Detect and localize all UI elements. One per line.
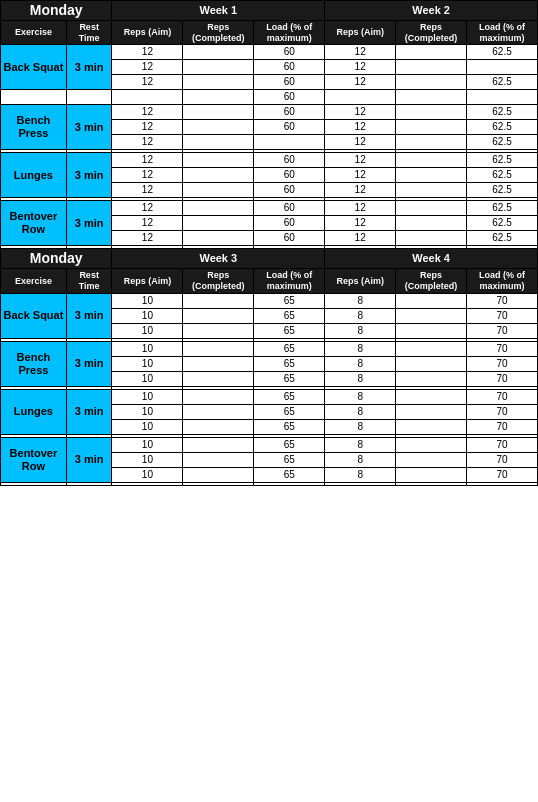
w1-reps-aim: 10	[142, 343, 153, 354]
w1-load: 65	[284, 358, 295, 369]
table-row: Bentover Row3 min12601262.5	[1, 201, 538, 216]
table-row: Lunges3 min12601262.5	[1, 153, 538, 168]
w1-reps-aim: 10	[142, 406, 153, 417]
w2-reps-aim: 8	[357, 469, 363, 480]
w2-load: 70	[496, 454, 507, 465]
w2-load: 70	[496, 439, 507, 450]
w1-reps-aim: 10	[142, 295, 153, 306]
w2-reps-aim: 8	[357, 310, 363, 321]
monday-header-row: MondayWeek 3Week 4	[1, 249, 538, 269]
col-header-row: ExerciseRest TimeReps (Aim)Reps (Complet…	[1, 20, 538, 45]
w1-load: 65	[284, 439, 295, 450]
w1-load: 60	[284, 61, 295, 72]
w2-load: 62.5	[492, 121, 511, 132]
w2-load: 70	[496, 406, 507, 417]
w1-load: 60	[284, 232, 295, 243]
table-row: Bench Press3 min1065870	[1, 341, 538, 356]
w1-reps-aim: 12	[142, 217, 153, 228]
col-header-6: Reps (Completed)	[405, 22, 458, 43]
table-row: Back Squat3 min1065870	[1, 293, 538, 308]
w1-reps-aim: 12	[142, 202, 153, 213]
col-header-7: Load (% of maximum)	[479, 22, 525, 43]
w2-load: 62.5	[492, 202, 511, 213]
w2-reps-aim: 8	[357, 454, 363, 465]
w1-load: 60	[284, 169, 295, 180]
exercise-name: Lunges	[14, 405, 53, 417]
w2-load: 70	[496, 295, 507, 306]
w1-load: 65	[284, 469, 295, 480]
w2-load: 62.5	[492, 217, 511, 228]
w2-reps-aim: 8	[357, 373, 363, 384]
w1-load: 60	[284, 91, 295, 102]
w1-reps-aim: 10	[142, 439, 153, 450]
rest-time: 3 min	[75, 309, 104, 321]
table-row: Back Squat3 min12601262.5	[1, 45, 538, 60]
col-header-4: Load (% of maximum)	[266, 270, 312, 291]
w1-load: 65	[284, 325, 295, 336]
w1-load: 60	[284, 184, 295, 195]
w2-load: 62.5	[492, 136, 511, 147]
w1-load: 65	[284, 421, 295, 432]
w1-reps-aim: 10	[142, 421, 153, 432]
w1-reps-aim: 10	[142, 454, 153, 465]
w2-load: 62.5	[492, 169, 511, 180]
col-header-row: ExerciseRest TimeReps (Aim)Reps (Complet…	[1, 269, 538, 294]
rest-time: 3 min	[75, 357, 104, 369]
w1-reps-aim: 12	[142, 232, 153, 243]
w1-reps-aim: 10	[142, 310, 153, 321]
w1-reps-aim: 12	[142, 169, 153, 180]
w1-reps-aim: 12	[142, 46, 153, 57]
w2-load: 62.5	[492, 76, 511, 87]
w1-load: 65	[284, 373, 295, 384]
w2-reps-aim: 12	[355, 232, 366, 243]
monday-header-row: MondayWeek 1Week 2	[1, 1, 538, 21]
rest-time: 3 min	[75, 61, 104, 73]
w2-reps-aim: 8	[357, 421, 363, 432]
exercise-name: Lunges	[14, 169, 53, 181]
w1-reps-aim: 12	[142, 184, 153, 195]
w2-load: 62.5	[492, 106, 511, 117]
col-header-2: Reps (Aim)	[124, 276, 172, 286]
w1-reps-aim: 12	[142, 106, 153, 117]
w1-load: 65	[284, 310, 295, 321]
exercise-name: Bentover Row	[10, 447, 58, 472]
week1-header: Week 3	[199, 252, 237, 264]
w1-load: 60	[284, 106, 295, 117]
w2-reps-aim: 12	[355, 46, 366, 57]
w1-load: 65	[284, 454, 295, 465]
w2-reps-aim: 12	[355, 184, 366, 195]
col-header-5: Reps (Aim)	[336, 276, 384, 286]
exercise-name: Bench Press	[17, 114, 51, 139]
w1-load: 65	[284, 406, 295, 417]
w2-reps-aim: 12	[355, 154, 366, 165]
w2-load: 70	[496, 421, 507, 432]
w1-reps-aim: 10	[142, 391, 153, 402]
col-header-1: Rest Time	[79, 22, 100, 43]
w2-reps-aim: 12	[355, 217, 366, 228]
col-header-6: Reps (Completed)	[405, 270, 458, 291]
w2-reps-aim: 8	[357, 439, 363, 450]
rest-time: 3 min	[75, 405, 104, 417]
w1-load: 60	[284, 76, 295, 87]
w2-reps-aim: 12	[355, 202, 366, 213]
week1-header: Week 1	[199, 4, 237, 16]
w2-reps-aim: 8	[357, 325, 363, 336]
w2-reps-aim: 8	[357, 391, 363, 402]
w2-load: 62.5	[492, 154, 511, 165]
w2-load: 70	[496, 343, 507, 354]
col-header-5: Reps (Aim)	[336, 27, 384, 37]
rest-time: 3 min	[75, 217, 104, 229]
col-header-2: Reps (Aim)	[124, 27, 172, 37]
exercise-name: Back Squat	[3, 61, 63, 73]
w2-load: 70	[496, 373, 507, 384]
rest-time: 3 min	[75, 453, 104, 465]
w1-load: 60	[284, 217, 295, 228]
week2-header: Week 4	[412, 252, 450, 264]
col-header-0: Exercise	[15, 276, 52, 286]
w2-load: 62.5	[492, 184, 511, 195]
week2-header: Week 2	[412, 4, 450, 16]
col-header-4: Load (% of maximum)	[266, 22, 312, 43]
w2-load: 70	[496, 310, 507, 321]
w1-load: 65	[284, 343, 295, 354]
w1-load: 65	[284, 295, 295, 306]
